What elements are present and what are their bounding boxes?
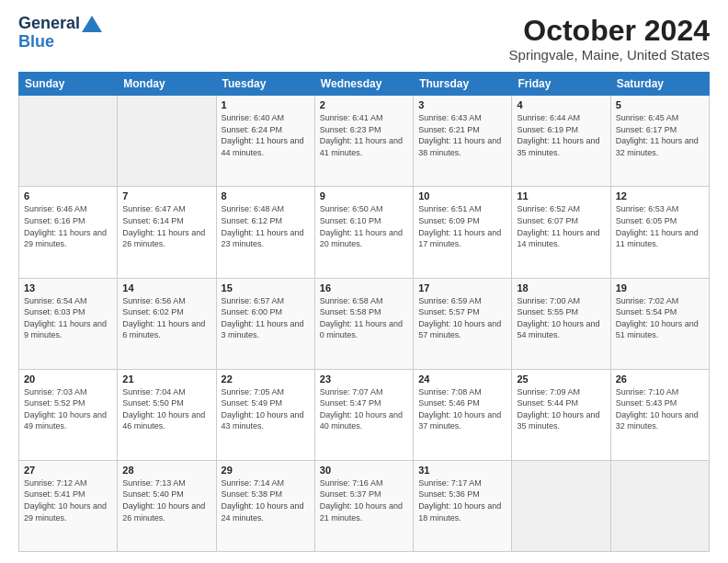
subtitle: Springvale, Maine, United States xyxy=(509,47,710,63)
table-row: 31 Sunrise: 7:17 AMSunset: 5:36 PMDaylig… xyxy=(414,460,512,551)
title-block: October 2024 Springvale, Maine, United S… xyxy=(509,15,710,63)
day-info: Sunrise: 6:41 AMSunset: 6:23 PMDaylight:… xyxy=(320,113,403,157)
table-row xyxy=(19,96,118,187)
table-row: 29 Sunrise: 7:14 AMSunset: 5:38 PMDaylig… xyxy=(216,460,314,551)
day-info: Sunrise: 7:10 AMSunset: 5:43 PMDaylight:… xyxy=(616,387,699,431)
day-number: 29 xyxy=(222,465,310,476)
table-row xyxy=(118,96,216,187)
day-number: 11 xyxy=(517,190,605,201)
logo: General Blue xyxy=(18,15,102,52)
day-info: Sunrise: 6:56 AMSunset: 6:02 PMDaylight:… xyxy=(122,296,205,340)
day-info: Sunrise: 7:16 AMSunset: 5:37 PMDaylight:… xyxy=(320,478,403,523)
week-row-5: 27 Sunrise: 7:12 AMSunset: 5:41 PMDaylig… xyxy=(19,460,710,551)
table-row: 8 Sunrise: 6:48 AMSunset: 6:12 PMDayligh… xyxy=(216,187,314,278)
day-info: Sunrise: 6:48 AMSunset: 6:12 PMDaylight:… xyxy=(222,204,304,248)
table-row: 7 Sunrise: 6:47 AMSunset: 6:14 PMDayligh… xyxy=(118,187,216,278)
day-number: 13 xyxy=(24,282,112,293)
day-number: 7 xyxy=(122,190,210,201)
table-row: 26 Sunrise: 7:10 AMSunset: 5:43 PMDaylig… xyxy=(610,369,709,460)
page: General Blue October 2024 Springvale, Ma… xyxy=(0,0,728,563)
day-info: Sunrise: 7:13 AMSunset: 5:40 PMDaylight:… xyxy=(122,478,205,523)
day-number: 21 xyxy=(122,373,210,385)
day-number: 31 xyxy=(418,465,506,476)
day-number: 18 xyxy=(517,282,605,293)
day-info: Sunrise: 6:58 AMSunset: 5:58 PMDaylight:… xyxy=(320,296,403,340)
day-number: 25 xyxy=(517,373,605,385)
day-number: 30 xyxy=(320,465,408,476)
day-info: Sunrise: 7:08 AMSunset: 5:46 PMDaylight:… xyxy=(418,387,501,431)
day-info: Sunrise: 6:50 AMSunset: 6:10 PMDaylight:… xyxy=(320,204,403,248)
table-row xyxy=(610,460,709,551)
table-row xyxy=(512,460,610,551)
day-info: Sunrise: 7:09 AMSunset: 5:44 PMDaylight:… xyxy=(517,387,599,431)
header-wednesday: Wednesday xyxy=(314,73,413,96)
day-info: Sunrise: 6:51 AMSunset: 6:09 PMDaylight:… xyxy=(418,204,501,248)
day-info: Sunrise: 6:54 AMSunset: 6:03 PMDaylight:… xyxy=(24,296,107,340)
table-row: 11 Sunrise: 6:52 AMSunset: 6:07 PMDaylig… xyxy=(512,187,610,278)
day-number: 12 xyxy=(616,190,704,201)
table-row: 2 Sunrise: 6:41 AMSunset: 6:23 PMDayligh… xyxy=(314,96,413,187)
header-saturday: Saturday xyxy=(610,73,709,96)
table-row: 28 Sunrise: 7:13 AMSunset: 5:40 PMDaylig… xyxy=(118,460,216,551)
day-number: 22 xyxy=(222,373,310,385)
table-row: 6 Sunrise: 6:46 AMSunset: 6:16 PMDayligh… xyxy=(19,187,118,278)
day-info: Sunrise: 6:40 AMSunset: 6:24 PMDaylight:… xyxy=(222,113,304,157)
logo-blue: Blue xyxy=(18,33,54,52)
week-row-1: 1 Sunrise: 6:40 AMSunset: 6:24 PMDayligh… xyxy=(19,96,710,187)
table-row: 21 Sunrise: 7:04 AMSunset: 5:50 PMDaylig… xyxy=(118,369,216,460)
table-row: 14 Sunrise: 6:56 AMSunset: 6:02 PMDaylig… xyxy=(118,278,216,369)
table-row: 12 Sunrise: 6:53 AMSunset: 6:05 PMDaylig… xyxy=(610,187,709,278)
week-row-2: 6 Sunrise: 6:46 AMSunset: 6:16 PMDayligh… xyxy=(19,187,710,278)
day-info: Sunrise: 7:03 AMSunset: 5:52 PMDaylight:… xyxy=(24,387,107,431)
table-row: 23 Sunrise: 7:07 AMSunset: 5:47 PMDaylig… xyxy=(314,369,413,460)
day-info: Sunrise: 7:02 AMSunset: 5:54 PMDaylight:… xyxy=(616,296,699,340)
table-row: 17 Sunrise: 6:59 AMSunset: 5:57 PMDaylig… xyxy=(414,278,512,369)
day-number: 5 xyxy=(616,99,704,110)
day-number: 26 xyxy=(616,373,704,385)
day-info: Sunrise: 6:53 AMSunset: 6:05 PMDaylight:… xyxy=(616,204,699,248)
day-info: Sunrise: 7:17 AMSunset: 5:36 PMDaylight:… xyxy=(418,478,501,523)
day-number: 8 xyxy=(222,190,310,201)
main-title: October 2024 xyxy=(509,15,710,47)
day-info: Sunrise: 7:12 AMSunset: 5:41 PMDaylight:… xyxy=(24,478,107,523)
day-info: Sunrise: 6:46 AMSunset: 6:16 PMDaylight:… xyxy=(24,204,107,248)
header-thursday: Thursday xyxy=(414,73,512,96)
day-number: 16 xyxy=(320,282,408,293)
week-row-3: 13 Sunrise: 6:54 AMSunset: 6:03 PMDaylig… xyxy=(19,278,710,369)
table-row: 3 Sunrise: 6:43 AMSunset: 6:21 PMDayligh… xyxy=(414,96,512,187)
day-number: 6 xyxy=(24,190,112,201)
table-row: 1 Sunrise: 6:40 AMSunset: 6:24 PMDayligh… xyxy=(216,96,314,187)
day-number: 17 xyxy=(418,282,506,293)
logo-general: General xyxy=(18,15,80,33)
day-info: Sunrise: 6:47 AMSunset: 6:14 PMDaylight:… xyxy=(122,204,205,248)
day-number: 27 xyxy=(24,465,112,476)
table-row: 16 Sunrise: 6:58 AMSunset: 5:58 PMDaylig… xyxy=(314,278,413,369)
table-row: 20 Sunrise: 7:03 AMSunset: 5:52 PMDaylig… xyxy=(19,369,118,460)
day-number: 4 xyxy=(517,99,605,110)
day-number: 3 xyxy=(418,99,506,110)
day-number: 14 xyxy=(122,282,210,293)
day-number: 15 xyxy=(222,282,310,293)
logo-icon xyxy=(82,16,102,32)
day-info: Sunrise: 7:00 AMSunset: 5:55 PMDaylight:… xyxy=(517,296,599,340)
week-row-4: 20 Sunrise: 7:03 AMSunset: 5:52 PMDaylig… xyxy=(19,369,710,460)
day-number: 2 xyxy=(320,99,408,110)
table-row: 18 Sunrise: 7:00 AMSunset: 5:55 PMDaylig… xyxy=(512,278,610,369)
table-row: 9 Sunrise: 6:50 AMSunset: 6:10 PMDayligh… xyxy=(314,187,413,278)
calendar: Sunday Monday Tuesday Wednesday Thursday… xyxy=(18,72,710,552)
header: General Blue October 2024 Springvale, Ma… xyxy=(18,15,710,63)
day-info: Sunrise: 7:14 AMSunset: 5:38 PMDaylight:… xyxy=(222,478,304,523)
day-info: Sunrise: 7:07 AMSunset: 5:47 PMDaylight:… xyxy=(320,387,403,431)
day-info: Sunrise: 7:05 AMSunset: 5:49 PMDaylight:… xyxy=(222,387,304,431)
day-info: Sunrise: 6:52 AMSunset: 6:07 PMDaylight:… xyxy=(517,204,599,248)
header-friday: Friday xyxy=(512,73,610,96)
day-info: Sunrise: 6:43 AMSunset: 6:21 PMDaylight:… xyxy=(418,113,501,157)
day-info: Sunrise: 7:04 AMSunset: 5:50 PMDaylight:… xyxy=(122,387,205,431)
table-row: 25 Sunrise: 7:09 AMSunset: 5:44 PMDaylig… xyxy=(512,369,610,460)
table-row: 15 Sunrise: 6:57 AMSunset: 6:00 PMDaylig… xyxy=(216,278,314,369)
day-number: 19 xyxy=(616,282,704,293)
table-row: 19 Sunrise: 7:02 AMSunset: 5:54 PMDaylig… xyxy=(610,278,709,369)
header-tuesday: Tuesday xyxy=(216,73,314,96)
table-row: 13 Sunrise: 6:54 AMSunset: 6:03 PMDaylig… xyxy=(19,278,118,369)
table-row: 22 Sunrise: 7:05 AMSunset: 5:49 PMDaylig… xyxy=(216,369,314,460)
